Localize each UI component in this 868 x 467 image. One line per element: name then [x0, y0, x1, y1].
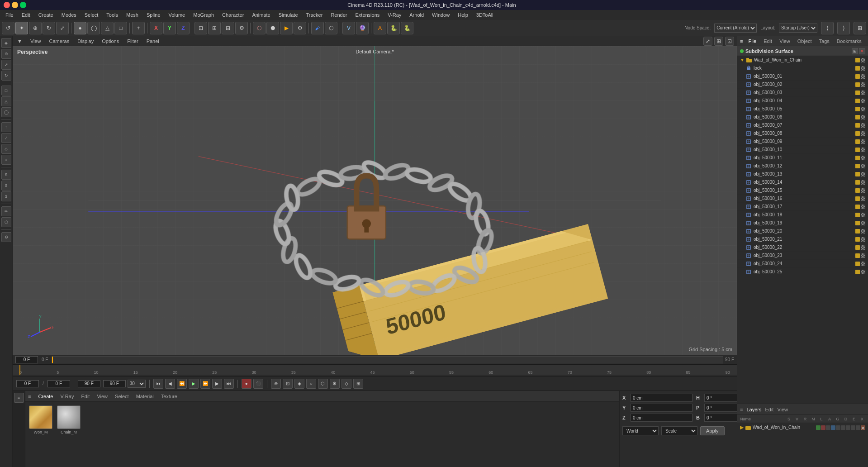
- left-misc[interactable]: ⚙: [1, 232, 11, 242]
- render-full[interactable]: ▶: [280, 22, 293, 34]
- left-scale[interactable]: ⤢: [1, 60, 11, 70]
- scene-item-obj_50000_23[interactable]: obj_50000_23: [737, 252, 868, 260]
- script-mgr[interactable]: 🐍: [401, 22, 413, 34]
- viewport-menu-display[interactable]: Display: [76, 38, 95, 45]
- record-btn[interactable]: ●: [242, 379, 251, 389]
- motion-blur-btn[interactable]: ◈: [294, 379, 304, 389]
- left-extrude[interactable]: ↑: [1, 122, 11, 132]
- mat-tab-vray[interactable]: V-Ray: [58, 393, 76, 400]
- select-btn[interactable]: ✦: [15, 22, 28, 34]
- left-curve[interactable]: S: [1, 170, 11, 180]
- layer-motion-btn[interactable]: [831, 425, 835, 430]
- scene-item-obj_50000_11[interactable]: obj_50000_11: [737, 154, 868, 162]
- scene-item-obj_50000_06[interactable]: obj_50000_06: [737, 113, 868, 121]
- end-frame-input2[interactable]: [103, 380, 126, 387]
- layer-dp-btn[interactable]: [851, 425, 855, 430]
- next-key-btn[interactable]: ⏩: [200, 379, 210, 389]
- frame-input[interactable]: [15, 356, 38, 363]
- render-region[interactable]: ⬢: [266, 22, 279, 34]
- y-axis[interactable]: Y: [163, 22, 176, 34]
- apply-button[interactable]: Apply: [700, 426, 725, 435]
- scene-item-obj_50000_13[interactable]: obj_50000_13: [737, 170, 868, 178]
- scene-item-obj_50000_08[interactable]: obj_50000_08: [737, 129, 868, 138]
- menu-mograph[interactable]: MoGraph: [190, 11, 218, 19]
- menu-3dtoall[interactable]: 3DToAll: [473, 11, 497, 19]
- left-curve2[interactable]: $: [1, 181, 11, 191]
- scene-panel-btn1[interactable]: ⊞: [852, 48, 858, 54]
- menu-spline[interactable]: Spline: [143, 11, 164, 19]
- scene-item-obj_50000_07[interactable]: obj_50000_07: [737, 121, 868, 129]
- left-bevel[interactable]: ◇: [1, 144, 11, 154]
- layer-anim-btn[interactable]: [841, 425, 845, 430]
- vp-layout[interactable]: ⊞: [714, 37, 723, 46]
- layout-select[interactable]: Startup (User): [779, 24, 817, 33]
- scene-item-obj_50000_18[interactable]: obj_50000_18: [737, 211, 868, 219]
- viewport-menu-panel[interactable]: Panel: [145, 38, 161, 45]
- right-panel-bookmarks[interactable]: Bookmarks: [835, 38, 863, 45]
- rotate-btn[interactable]: ↻: [43, 22, 55, 34]
- menu-render[interactable]: Render: [327, 11, 351, 19]
- scene-item-lock[interactable]: lock: [737, 64, 868, 72]
- scale-btn[interactable]: ⤢: [56, 22, 69, 34]
- scene-item-obj_50000_10[interactable]: obj_50000_10: [737, 146, 868, 154]
- layer-tab-view[interactable]: View: [777, 407, 788, 412]
- viewport-menu-filter[interactable]: Filter: [125, 38, 140, 45]
- left-paint[interactable]: ✏: [1, 206, 11, 216]
- viewport-menu-options[interactable]: Options: [100, 38, 121, 45]
- snap-btn[interactable]: ⊞: [208, 22, 221, 34]
- scene-item-obj_50000_02[interactable]: obj_50000_02: [737, 81, 868, 89]
- arnold-ipr[interactable]: A: [374, 22, 386, 34]
- menu-create[interactable]: Create: [35, 11, 57, 19]
- menu-character[interactable]: Character: [218, 11, 247, 19]
- z-pos-input[interactable]: [631, 414, 693, 422]
- scene-item-obj_50000_19[interactable]: obj_50000_19: [737, 219, 868, 227]
- grid-btn[interactable]: ⊟: [222, 22, 234, 34]
- icon-btn-2[interactable]: ⟩: [837, 22, 850, 34]
- render-settings[interactable]: ⚙: [294, 22, 306, 34]
- mat-tab-create[interactable]: Create: [36, 393, 55, 400]
- scene-item-obj_50000_03[interactable]: obj_50000_03: [737, 89, 868, 97]
- next-frame-btn[interactable]: ▶: [212, 379, 222, 389]
- layer-exp-btn[interactable]: [856, 425, 860, 430]
- timeline-ruler[interactable]: 0 5 10 15 20 25 30 35 40 45 50 55: [13, 365, 737, 375]
- scene-item-obj_50000_09[interactable]: obj_50000_09: [737, 138, 868, 146]
- timeline-key-btn[interactable]: ◇: [342, 379, 351, 389]
- fps-select[interactable]: 30: [128, 380, 146, 388]
- left-texture[interactable]: ⬡: [1, 217, 11, 227]
- scene-item-wad[interactable]: ▼ Wad_of_Won_in_Chain: [737, 56, 868, 64]
- playback-opts-btn[interactable]: ⚙: [330, 379, 340, 389]
- prev-key-btn[interactable]: ⏪: [177, 379, 187, 389]
- menu-mesh[interactable]: Mesh: [123, 11, 142, 19]
- y-pos-input[interactable]: [631, 404, 693, 412]
- menu-modes[interactable]: Modes: [58, 11, 80, 19]
- material-chain[interactable]: Chain_M: [56, 405, 81, 435]
- mat-tab-edit[interactable]: Edit: [79, 393, 91, 400]
- layer-deform-btn[interactable]: [836, 425, 840, 430]
- onion-skin-btn[interactable]: ⬡: [318, 379, 328, 389]
- menu-simulate[interactable]: Simulate: [275, 11, 302, 19]
- menu-select[interactable]: Select: [81, 11, 102, 19]
- left-knife[interactable]: ∕: [1, 133, 11, 143]
- coord-system-select[interactable]: World Object: [622, 426, 659, 435]
- mat-tab-view[interactable]: View: [95, 393, 109, 400]
- scene-panel-close[interactable]: ✕: [859, 48, 865, 54]
- layer-tab-edit[interactable]: Edit: [765, 407, 773, 412]
- scene-item-obj_50000_05[interactable]: obj_50000_05: [737, 105, 868, 113]
- scene-item-obj_50000_20[interactable]: obj_50000_20: [737, 227, 868, 235]
- vp-fullscreen[interactable]: ⤢: [703, 37, 712, 46]
- scene-item-obj_50000_12[interactable]: obj_50000_12: [737, 162, 868, 170]
- left-edge[interactable]: △: [1, 96, 11, 106]
- right-panel-file[interactable]: File: [746, 38, 758, 45]
- play-btn[interactable]: ▶: [189, 379, 199, 389]
- sculpt-tool[interactable]: ⬡: [325, 22, 337, 34]
- right-panel-edit[interactable]: Edit: [762, 38, 774, 45]
- key-sel-btn[interactable]: ⊡: [283, 379, 293, 389]
- x-axis[interactable]: X: [150, 22, 162, 34]
- scene-content[interactable]: ▼ Wad_of_Won_in_Chain lock: [737, 56, 868, 404]
- layer-vis-btn[interactable]: [816, 425, 821, 430]
- mat-tab-texture[interactable]: Texture: [159, 393, 179, 400]
- edit-key-btn[interactable]: ⊞: [353, 379, 363, 389]
- right-panel-object[interactable]: Object: [796, 38, 814, 45]
- menu-tools[interactable]: Tools: [103, 11, 122, 19]
- left-money[interactable]: $: [1, 191, 11, 201]
